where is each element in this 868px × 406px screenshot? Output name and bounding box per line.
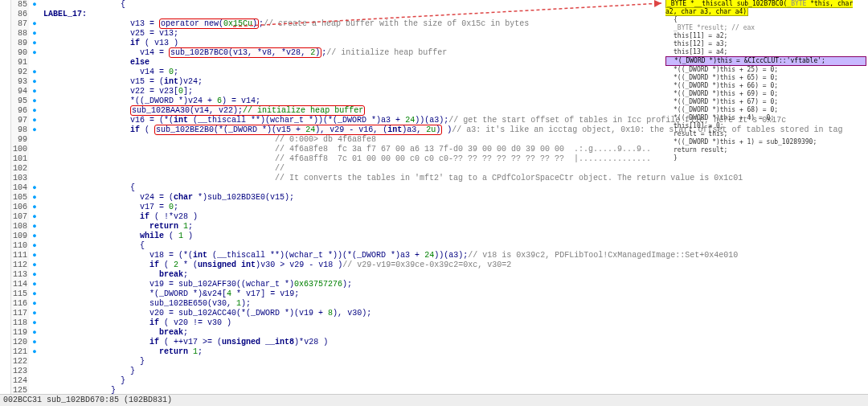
line-number: 122 <box>11 357 27 367</box>
breakpoint-dot[interactable]: ● <box>29 232 40 241</box>
line-number: 90 <box>11 48 27 58</box>
line-number: 105 <box>11 193 27 203</box>
breakpoint-dot[interactable]: ● <box>29 203 40 212</box>
code-line[interactable]: v20 = sub_102ACC40(*(_DWORD *)(v19 + 8),… <box>43 309 868 318</box>
line-number: 86 <box>11 10 27 19</box>
breakpoint-dot[interactable] <box>29 376 40 386</box>
code-line[interactable]: *(_DWORD *)&v24[4 * v17] = v19; <box>43 289 868 299</box>
breakpoint-dot[interactable]: ● <box>29 212 40 222</box>
code-line[interactable]: v24 = (char *)sub_102BD3E0(v15); <box>43 193 868 203</box>
code-line[interactable]: v17 = 0; <box>43 203 868 212</box>
breakpoint-dot[interactable]: ● <box>29 96 40 106</box>
tooltip-line: *((_DWORD *)this + 1) = sub_10289390; <box>665 138 866 146</box>
breakpoint-dot[interactable]: ● <box>29 68 40 77</box>
tooltip-line: _BYTE *result; // eax <box>665 24 866 32</box>
breakpoint-dot[interactable]: ● <box>29 87 40 96</box>
line-number: 111 <box>11 251 27 260</box>
code-line[interactable]: if ( 2 * (unsigned int)v30 > v29 - v18 )… <box>43 260 868 270</box>
breakpoint-dot[interactable]: ● <box>29 251 40 260</box>
line-number: 113 <box>11 270 27 280</box>
line-number: 97 <box>11 116 27 125</box>
line-number: 98 <box>11 125 27 135</box>
code-line[interactable]: break; <box>43 270 868 280</box>
code-line[interactable]: sub_102BE650(v30, 1); <box>43 299 868 309</box>
breakpoint-dot[interactable]: ● <box>29 338 40 347</box>
code-line[interactable]: } <box>43 376 868 386</box>
breakpoint-dot[interactable] <box>29 357 40 367</box>
line-number: 124 <box>11 376 27 386</box>
breakpoint-dot[interactable]: ● <box>29 309 40 318</box>
breakpoint-dot[interactable]: ● <box>29 241 40 251</box>
breakpoint-dot[interactable]: ● <box>29 106 40 116</box>
code-line[interactable]: return 1; <box>43 347 868 357</box>
line-number: 96 <box>11 106 27 116</box>
line-number: 103 <box>11 174 27 183</box>
breakpoint-dot[interactable]: ● <box>29 280 40 289</box>
line-number: 95 <box>11 96 27 106</box>
fold-gutter <box>0 0 11 394</box>
breakpoint-dot[interactable] <box>29 154 40 164</box>
status-text: 002BCC31 sub_102BD670:85 (102BD831) <box>3 396 172 404</box>
breakpoint-dot[interactable]: ● <box>29 39 40 48</box>
breakpoint-dot[interactable]: ● <box>29 193 40 203</box>
breakpoint-dot[interactable] <box>29 58 40 68</box>
code-line[interactable]: } <box>43 357 868 367</box>
code-line[interactable]: break; <box>43 328 868 338</box>
code-line[interactable]: // <box>43 164 868 174</box>
code-line[interactable]: while ( 1 ) <box>43 232 868 241</box>
breakpoint-dot[interactable]: ● <box>29 19 40 29</box>
breakpoint-dot[interactable] <box>29 145 40 154</box>
breakpoint-dot[interactable]: ● <box>29 116 40 125</box>
tooltip-panel: _BYTE *__thiscall sub_102B7BC0(_BYTE *th… <box>665 0 866 162</box>
line-number: 121 <box>11 347 27 357</box>
breakpoint-dot[interactable]: ● <box>29 347 40 357</box>
tooltip-line: *((_DWORD *)this + 66) = 0; <box>665 82 866 90</box>
line-number: 108 <box>11 222 27 232</box>
code-line[interactable]: { <box>43 241 868 251</box>
breakpoint-gutter[interactable]: ●●●●●●●●●●●●●●●●●●●●●●●●●●●●●● <box>29 0 40 394</box>
breakpoint-dot[interactable]: ● <box>29 299 40 309</box>
breakpoint-dot[interactable] <box>29 367 40 376</box>
breakpoint-dot[interactable]: ● <box>29 270 40 280</box>
breakpoint-dot[interactable]: ● <box>29 77 40 87</box>
breakpoint-dot[interactable] <box>29 174 40 183</box>
breakpoint-dot[interactable]: ● <box>29 183 40 193</box>
line-number: 107 <box>11 212 27 222</box>
tooltip-line: this[13] = a4; <box>665 48 866 56</box>
breakpoint-dot[interactable] <box>29 135 40 145</box>
code-line[interactable]: // It converts the tables in 'mft2' tag … <box>43 174 868 183</box>
code-line[interactable]: } <box>43 367 868 376</box>
line-number: 116 <box>11 299 27 309</box>
tooltip-line: *((_DWORD *)this + 68) = 0; <box>665 106 866 114</box>
breakpoint-dot[interactable]: ● <box>29 260 40 270</box>
line-number: 120 <box>11 338 27 347</box>
breakpoint-dot[interactable] <box>29 164 40 174</box>
line-number: 115 <box>11 289 27 299</box>
breakpoint-dot[interactable]: ● <box>29 328 40 338</box>
line-number: 123 <box>11 367 27 376</box>
breakpoint-dot[interactable]: ● <box>29 318 40 328</box>
line-number: 109 <box>11 232 27 241</box>
breakpoint-dot[interactable]: ● <box>29 29 40 39</box>
line-number: 117 <box>11 309 27 318</box>
line-number: 100 <box>11 145 27 154</box>
code-line[interactable]: if ( !*v28 ) <box>43 212 868 222</box>
breakpoint-dot[interactable]: ● <box>29 222 40 232</box>
code-line[interactable]: return 1; <box>43 222 868 232</box>
tooltip-line: return result; <box>665 146 866 154</box>
breakpoint-dot[interactable] <box>29 10 40 19</box>
code-line[interactable]: if ( ++v17 >= (unsigned __int8)*v28 ) <box>43 338 868 347</box>
breakpoint-dot[interactable]: ● <box>29 125 40 135</box>
code-line[interactable]: v18 = (*(int (__thiscall **)(wchar_t *))… <box>43 251 868 260</box>
code-line[interactable]: if ( v20 != v30 ) <box>43 318 868 328</box>
tooltip-line: { <box>665 16 866 24</box>
line-number: 91 <box>11 58 27 68</box>
line-number: 89 <box>11 39 27 48</box>
code-line[interactable]: { <box>43 183 868 193</box>
breakpoint-dot[interactable]: ● <box>29 0 40 10</box>
line-number: 101 <box>11 154 27 164</box>
code-line[interactable]: v19 = sub_102AFF30((wchar_t *)0x63757276… <box>43 280 868 289</box>
breakpoint-dot[interactable]: ● <box>29 289 40 299</box>
func-signature: _BYTE *__thiscall sub_102B7BC0(_BYTE *th… <box>665 0 853 16</box>
breakpoint-dot[interactable]: ● <box>29 48 40 58</box>
